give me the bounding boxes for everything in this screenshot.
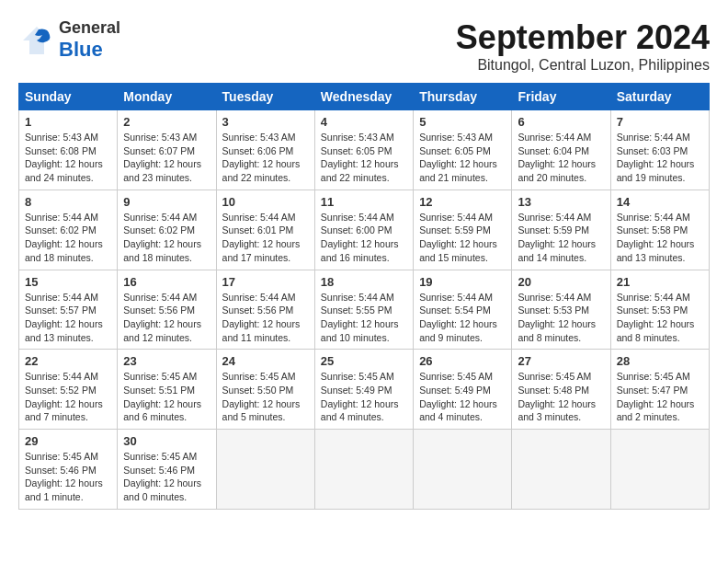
- day-number: 15: [25, 275, 111, 289]
- cell-text: Sunrise: 5:43 AM Sunset: 6:06 PM Dayligh…: [222, 131, 309, 185]
- location: Bitungol, Central Luzon, Philippines: [456, 57, 710, 74]
- day-number: 2: [123, 115, 210, 129]
- day-number: 1: [25, 115, 111, 129]
- cell-text: Sunrise: 5:43 AM Sunset: 6:05 PM Dayligh…: [419, 131, 506, 185]
- calendar-cell: 1Sunrise: 5:43 AM Sunset: 6:08 PM Daylig…: [19, 110, 118, 190]
- calendar-cell: 28Sunrise: 5:45 AM Sunset: 5:47 PM Dayli…: [610, 350, 709, 430]
- day-number: 4: [321, 115, 407, 129]
- logo: General Blue: [18, 18, 120, 62]
- calendar-cell: 26Sunrise: 5:45 AM Sunset: 5:49 PM Dayli…: [414, 350, 512, 430]
- week-row-3: 15Sunrise: 5:44 AM Sunset: 5:57 PM Dayli…: [19, 270, 710, 350]
- week-row-1: 1Sunrise: 5:43 AM Sunset: 6:08 PM Daylig…: [19, 110, 710, 190]
- calendar-cell: 25Sunrise: 5:45 AM Sunset: 5:49 PM Dayli…: [314, 350, 413, 430]
- day-number: 29: [25, 434, 111, 448]
- day-number: 20: [518, 275, 604, 289]
- week-row-5: 29Sunrise: 5:45 AM Sunset: 5:46 PM Dayli…: [19, 430, 710, 510]
- calendar-cell: 20Sunrise: 5:44 AM Sunset: 5:53 PM Dayli…: [512, 270, 610, 350]
- calendar-cell: 10Sunrise: 5:44 AM Sunset: 6:01 PM Dayli…: [216, 190, 314, 270]
- day-number: 26: [419, 354, 506, 368]
- day-number: 7: [617, 115, 703, 129]
- cell-text: Sunrise: 5:44 AM Sunset: 6:00 PM Dayligh…: [321, 211, 407, 265]
- cell-text: Sunrise: 5:45 AM Sunset: 5:49 PM Dayligh…: [321, 370, 407, 424]
- cell-text: Sunrise: 5:43 AM Sunset: 6:07 PM Dayligh…: [123, 131, 210, 185]
- day-number: 8: [25, 195, 111, 209]
- header-thursday: Thursday: [414, 84, 512, 110]
- calendar-cell: 27Sunrise: 5:45 AM Sunset: 5:48 PM Dayli…: [512, 350, 610, 430]
- cell-text: Sunrise: 5:44 AM Sunset: 6:03 PM Dayligh…: [617, 131, 703, 185]
- day-number: 13: [518, 195, 604, 209]
- day-number: 19: [419, 275, 506, 289]
- calendar-cell: 5Sunrise: 5:43 AM Sunset: 6:05 PM Daylig…: [414, 110, 512, 190]
- cell-text: Sunrise: 5:44 AM Sunset: 6:02 PM Dayligh…: [25, 211, 111, 265]
- calendar-table: Sunday Monday Tuesday Wednesday Thursday…: [18, 83, 710, 510]
- calendar-cell: [216, 430, 314, 510]
- cell-text: Sunrise: 5:44 AM Sunset: 6:04 PM Dayligh…: [518, 131, 604, 185]
- day-number: 28: [617, 354, 703, 368]
- cell-text: Sunrise: 5:45 AM Sunset: 5:47 PM Dayligh…: [617, 370, 703, 424]
- header-wednesday: Wednesday: [314, 84, 413, 110]
- logo-blue-text: Blue: [59, 38, 120, 62]
- cell-text: Sunrise: 5:44 AM Sunset: 5:56 PM Dayligh…: [222, 291, 309, 345]
- day-number: 10: [222, 195, 309, 209]
- calendar-cell: 23Sunrise: 5:45 AM Sunset: 5:51 PM Dayli…: [118, 350, 216, 430]
- cell-text: Sunrise: 5:45 AM Sunset: 5:51 PM Dayligh…: [123, 370, 210, 424]
- cell-text: Sunrise: 5:45 AM Sunset: 5:50 PM Dayligh…: [222, 370, 309, 424]
- cell-text: Sunrise: 5:44 AM Sunset: 6:01 PM Dayligh…: [222, 211, 309, 265]
- day-number: 23: [123, 354, 210, 368]
- title-area: September 2024 Bitungol, Central Luzon, …: [456, 18, 710, 74]
- cell-text: Sunrise: 5:44 AM Sunset: 5:53 PM Dayligh…: [617, 291, 703, 345]
- calendar-cell: 17Sunrise: 5:44 AM Sunset: 5:56 PM Dayli…: [216, 270, 314, 350]
- calendar-cell: 13Sunrise: 5:44 AM Sunset: 5:59 PM Dayli…: [512, 190, 610, 270]
- calendar-cell: 24Sunrise: 5:45 AM Sunset: 5:50 PM Dayli…: [216, 350, 314, 430]
- cell-text: Sunrise: 5:43 AM Sunset: 6:05 PM Dayligh…: [321, 131, 407, 185]
- day-number: 18: [321, 275, 407, 289]
- week-row-4: 22Sunrise: 5:44 AM Sunset: 5:52 PM Dayli…: [19, 350, 710, 430]
- cell-text: Sunrise: 5:45 AM Sunset: 5:48 PM Dayligh…: [518, 370, 604, 424]
- cell-text: Sunrise: 5:45 AM Sunset: 5:49 PM Dayligh…: [419, 370, 506, 424]
- cell-text: Sunrise: 5:44 AM Sunset: 5:57 PM Dayligh…: [25, 291, 111, 345]
- cell-text: Sunrise: 5:44 AM Sunset: 5:58 PM Dayligh…: [617, 211, 703, 265]
- calendar-cell: 30Sunrise: 5:45 AM Sunset: 5:46 PM Dayli…: [118, 430, 216, 510]
- calendar-cell: 16Sunrise: 5:44 AM Sunset: 5:56 PM Dayli…: [118, 270, 216, 350]
- day-number: 6: [518, 115, 604, 129]
- cell-text: Sunrise: 5:45 AM Sunset: 5:46 PM Dayligh…: [123, 450, 210, 504]
- day-number: 21: [617, 275, 703, 289]
- week-row-2: 8Sunrise: 5:44 AM Sunset: 6:02 PM Daylig…: [19, 190, 710, 270]
- header-sunday: Sunday: [19, 84, 118, 110]
- cell-text: Sunrise: 5:44 AM Sunset: 5:59 PM Dayligh…: [419, 211, 506, 265]
- day-number: 27: [518, 354, 604, 368]
- day-number: 5: [419, 115, 506, 129]
- calendar-cell: 15Sunrise: 5:44 AM Sunset: 5:57 PM Dayli…: [19, 270, 118, 350]
- calendar-cell: 2Sunrise: 5:43 AM Sunset: 6:07 PM Daylig…: [118, 110, 216, 190]
- logo-general-text: General: [59, 18, 120, 38]
- header-tuesday: Tuesday: [216, 84, 314, 110]
- calendar-cell: [512, 430, 610, 510]
- day-number: 25: [321, 354, 407, 368]
- day-number: 14: [617, 195, 703, 209]
- day-number: 12: [419, 195, 506, 209]
- calendar-cell: [314, 430, 413, 510]
- calendar-cell: 21Sunrise: 5:44 AM Sunset: 5:53 PM Dayli…: [610, 270, 709, 350]
- header-saturday: Saturday: [610, 84, 709, 110]
- calendar-cell: 19Sunrise: 5:44 AM Sunset: 5:54 PM Dayli…: [414, 270, 512, 350]
- calendar-cell: 6Sunrise: 5:44 AM Sunset: 6:04 PM Daylig…: [512, 110, 610, 190]
- calendar-cell: 7Sunrise: 5:44 AM Sunset: 6:03 PM Daylig…: [610, 110, 709, 190]
- day-number: 16: [123, 275, 210, 289]
- cell-text: Sunrise: 5:44 AM Sunset: 6:02 PM Dayligh…: [123, 211, 210, 265]
- cell-text: Sunrise: 5:44 AM Sunset: 5:59 PM Dayligh…: [518, 211, 604, 265]
- calendar-cell: 12Sunrise: 5:44 AM Sunset: 5:59 PM Dayli…: [414, 190, 512, 270]
- cell-text: Sunrise: 5:45 AM Sunset: 5:46 PM Dayligh…: [25, 450, 111, 504]
- calendar-cell: 18Sunrise: 5:44 AM Sunset: 5:55 PM Dayli…: [314, 270, 413, 350]
- calendar-cell: 9Sunrise: 5:44 AM Sunset: 6:02 PM Daylig…: [118, 190, 216, 270]
- calendar-cell: 22Sunrise: 5:44 AM Sunset: 5:52 PM Dayli…: [19, 350, 118, 430]
- calendar-cell: [414, 430, 512, 510]
- header-monday: Monday: [118, 84, 216, 110]
- cell-text: Sunrise: 5:44 AM Sunset: 5:55 PM Dayligh…: [321, 291, 407, 345]
- calendar-cell: 8Sunrise: 5:44 AM Sunset: 6:02 PM Daylig…: [19, 190, 118, 270]
- calendar-cell: 14Sunrise: 5:44 AM Sunset: 5:58 PM Dayli…: [610, 190, 709, 270]
- cell-text: Sunrise: 5:44 AM Sunset: 5:52 PM Dayligh…: [25, 370, 111, 424]
- day-number: 22: [25, 354, 111, 368]
- cell-text: Sunrise: 5:44 AM Sunset: 5:53 PM Dayligh…: [518, 291, 604, 345]
- calendar-cell: 3Sunrise: 5:43 AM Sunset: 6:06 PM Daylig…: [216, 110, 314, 190]
- header-friday: Friday: [512, 84, 610, 110]
